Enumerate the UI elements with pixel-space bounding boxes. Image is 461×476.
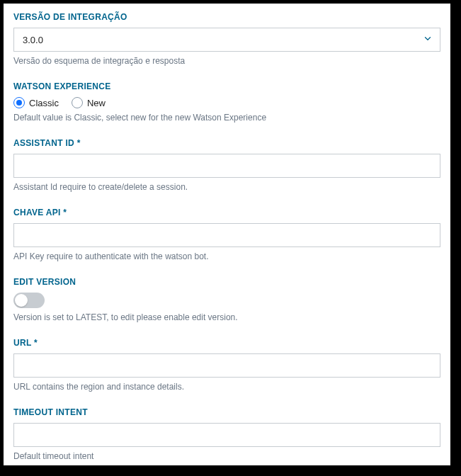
- radio-icon: [13, 97, 25, 108]
- edit-version-toggle[interactable]: [13, 293, 45, 308]
- label-assistant-id: ASSISTANT ID *: [13, 138, 440, 148]
- field-integration-version: VERSÃO DE INTEGRAÇÃO 3.0.0 Versão do esq…: [13, 12, 440, 66]
- assistant-id-input[interactable]: [13, 154, 440, 178]
- radio-classic[interactable]: Classic: [13, 97, 59, 108]
- radio-new-label: New: [87, 98, 106, 108]
- url-input[interactable]: [13, 353, 440, 378]
- timeout-intent-input[interactable]: [13, 423, 440, 447]
- field-edit-version: EDIT VERSION Version is set to LATEST, t…: [13, 277, 440, 322]
- field-url: URL * URL contains the region and instan…: [13, 338, 440, 392]
- label-integration-version: VERSÃO DE INTEGRAÇÃO: [13, 12, 440, 22]
- chevron-down-icon: [423, 34, 433, 46]
- label-url: URL *: [13, 338, 440, 348]
- label-edit-version: EDIT VERSION: [13, 277, 440, 287]
- help-timeout-intent: Default timeout intent: [13, 451, 440, 461]
- radio-icon: [72, 97, 83, 108]
- api-key-input[interactable]: [13, 223, 440, 247]
- radio-new[interactable]: New: [72, 97, 106, 108]
- toggle-knob-icon: [15, 294, 28, 307]
- label-timeout-intent: TIMEOUT INTENT: [13, 407, 440, 417]
- help-url: URL contains the region and instance det…: [13, 382, 440, 392]
- help-edit-version: Version is set to LATEST, to edit please…: [13, 312, 440, 322]
- label-api-key: CHAVE API *: [13, 208, 440, 217]
- help-api-key: API Key require to authenticate with the…: [13, 251, 440, 261]
- label-watson-experience: WATSON EXPERIENCE: [13, 81, 440, 91]
- help-assistant-id: Assistant Id require to create/delete a …: [13, 182, 440, 192]
- integration-version-value: 3.0.0: [23, 35, 43, 45]
- settings-form: VERSÃO DE INTEGRAÇÃO 3.0.0 Versão do esq…: [0, 0, 454, 469]
- watson-experience-radiogroup: Classic New: [13, 97, 440, 108]
- field-watson-experience: WATSON EXPERIENCE Classic New Default va…: [13, 81, 440, 123]
- help-watson-experience: Default value is Classic, select new for…: [13, 113, 440, 123]
- help-integration-version: Versão do esquema de integração e respos…: [13, 56, 440, 66]
- integration-version-select[interactable]: 3.0.0: [13, 28, 440, 52]
- field-assistant-id: ASSISTANT ID * Assistant Id require to c…: [13, 138, 440, 192]
- field-api-key: CHAVE API * API Key require to authentic…: [13, 208, 440, 261]
- field-timeout-intent: TIMEOUT INTENT Default timeout intent: [13, 407, 440, 461]
- radio-classic-label: Classic: [29, 98, 59, 108]
